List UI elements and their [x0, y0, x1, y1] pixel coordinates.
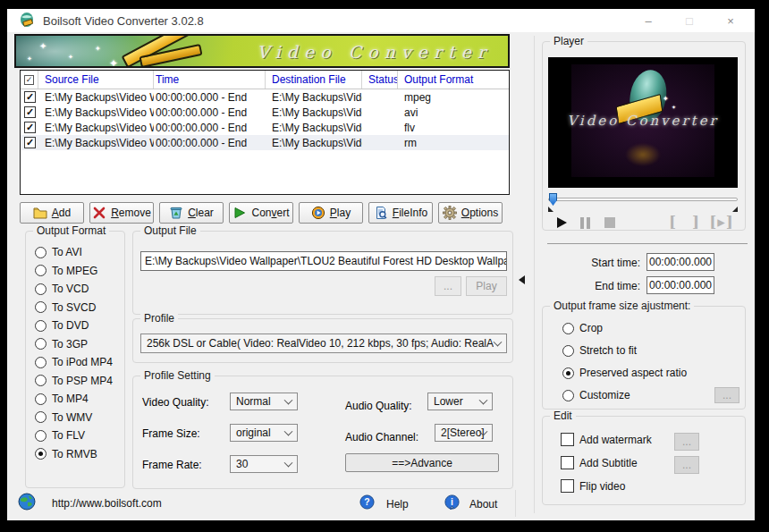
- column-header-format[interactable]: Output Format: [398, 71, 511, 89]
- video-preview[interactable]: ✦ ✦ Video Converter: [548, 57, 738, 188]
- radio-to-3gp[interactable]: To 3GP: [35, 338, 113, 350]
- output-file-play-button[interactable]: Play: [466, 276, 507, 296]
- radio-stretch-to-fit[interactable]: Stretch to fit: [562, 344, 637, 357]
- frame-rate-select[interactable]: 30: [230, 455, 298, 473]
- mark-start-button[interactable]: [: [665, 213, 680, 231]
- output-file-group-label: Output File: [140, 224, 200, 237]
- trim-start-marker[interactable]: [548, 207, 554, 212]
- play-selection-button[interactable]: [▸]: [710, 213, 733, 231]
- profile-select[interactable]: 256k DSL or Cable( Video: RealVideo 10, …: [140, 334, 507, 353]
- pause-icon: [580, 217, 584, 229]
- row-checkbox[interactable]: [24, 137, 36, 148]
- radio-customize[interactable]: Customize: [562, 389, 630, 401]
- remove-button[interactable]: Remove: [89, 202, 154, 224]
- add-button[interactable]: Add: [20, 202, 84, 224]
- audio-quality-value: Lower: [434, 395, 463, 408]
- trim-end-marker[interactable]: [732, 207, 738, 212]
- radio-crop[interactable]: Crop: [562, 322, 603, 334]
- play-button[interactable]: Play: [299, 202, 363, 224]
- options-button[interactable]: Options: [438, 202, 503, 224]
- frame-rate-label: Frame Rate:: [142, 459, 202, 471]
- row-checkbox[interactable]: [24, 91, 36, 103]
- radio-to-mp4[interactable]: To MP4: [35, 393, 113, 405]
- table-row[interactable]: E:\My Backups\Video Wallpa 00:00:00.000 …: [21, 120, 509, 135]
- output-file-browse-button[interactable]: ...: [435, 276, 461, 296]
- pause-control-button[interactable]: [576, 215, 594, 231]
- stop-icon: [604, 217, 615, 228]
- end-time-field[interactable]: 00:00:00.000: [646, 276, 714, 294]
- video-quality-select[interactable]: Normal: [230, 393, 298, 410]
- collapse-panel-arrow-icon[interactable]: [519, 275, 525, 284]
- clear-button[interactable]: Clear: [159, 202, 224, 224]
- radio-preserved-aspect-ratio[interactable]: Preserved aspect ratio: [562, 367, 687, 379]
- watermark-more-button[interactable]: ...: [674, 433, 699, 451]
- close-button[interactable]: ×: [710, 9, 751, 32]
- play-control-button[interactable]: [553, 215, 570, 231]
- video-quality-value: Normal: [236, 395, 271, 408]
- cell-source: E:\My Backups\Video Wallpa: [38, 105, 154, 120]
- output-format-group: Output Format To AVI To MPEG To VCD To S…: [25, 231, 125, 488]
- subtitle-more-button[interactable]: ...: [674, 456, 699, 474]
- radio-to-wmv[interactable]: To WMV: [35, 411, 113, 424]
- column-header-source[interactable]: Source File: [38, 71, 154, 89]
- radio-to-psp-mp4[interactable]: To PSP MP4: [35, 375, 113, 387]
- sparkle-icon: ✦: [109, 57, 118, 68]
- app-window: Boilsoft Video Converter 3.02.8 – □ × ✦ …: [7, 9, 755, 520]
- fileinfo-button[interactable]: FileInfo: [368, 202, 433, 224]
- checkbox[interactable]: [561, 479, 574, 493]
- add-watermark-checkbox-row[interactable]: Add watermark: [561, 433, 652, 446]
- row-checkbox[interactable]: [24, 122, 36, 133]
- table-row[interactable]: E:\My Backups\Video Wallpa 00:00:00.000 …: [21, 105, 509, 120]
- checkbox[interactable]: [561, 456, 574, 469]
- radio-circle: [35, 411, 46, 423]
- minimize-button[interactable]: –: [628, 9, 669, 32]
- radio-to-mpeg[interactable]: To MPEG: [35, 265, 113, 277]
- radio-label: To FLV: [52, 429, 85, 442]
- audio-quality-select[interactable]: Lower: [427, 393, 493, 410]
- table-row[interactable]: E:\My Backups\Video Wallpa 00:00:00.000 …: [21, 89, 509, 105]
- output-file-input[interactable]: E:\My Backups\Video Wallpaper\TLOU2 Beau…: [140, 251, 507, 271]
- radio-circle: [35, 393, 46, 405]
- radio-to-avi[interactable]: To AVI: [35, 246, 113, 258]
- website-link[interactable]: http://www.boilsoft.com: [52, 497, 162, 510]
- radio-circle: [35, 430, 46, 442]
- radio-to-rmvb[interactable]: To RMVB: [35, 448, 113, 460]
- checkbox[interactable]: [561, 433, 574, 446]
- seek-track[interactable]: [548, 198, 738, 201]
- radio-to-ipod-mp4[interactable]: To iPod MP4: [35, 356, 113, 368]
- row-checkbox[interactable]: [24, 106, 36, 118]
- radio-to-svcd[interactable]: To SVCD: [35, 301, 113, 314]
- radio-circle: [562, 345, 574, 357]
- advance-button[interactable]: ==>Advance: [345, 453, 499, 472]
- seek-thumb[interactable]: [549, 193, 557, 206]
- table-row[interactable]: E:\My Backups\Video Wallpa 00:00:00.000 …: [21, 135, 509, 150]
- media-player-icon: [311, 206, 325, 220]
- audio-channel-select[interactable]: 2[Stereo]: [435, 424, 493, 442]
- about-button[interactable]: About: [469, 498, 497, 511]
- select-all-header[interactable]: [21, 71, 38, 89]
- radio-to-dvd[interactable]: To DVD: [35, 319, 113, 332]
- checkbox-label: Add Subtitle: [579, 457, 638, 469]
- flip-video-checkbox-row[interactable]: Flip video: [561, 479, 625, 493]
- frame-size-select[interactable]: original: [230, 424, 298, 442]
- radio-to-vcd[interactable]: To VCD: [35, 283, 113, 295]
- toolbar: Add Remove Clear Convert: [20, 202, 503, 224]
- customize-more-button[interactable]: ...: [714, 387, 739, 403]
- select-all-checkbox[interactable]: [24, 75, 34, 85]
- radio-circle: [562, 390, 574, 401]
- start-time-field[interactable]: 00:00:00.000: [646, 253, 714, 271]
- mark-end-button[interactable]: ]: [689, 213, 703, 231]
- seek-slider[interactable]: [548, 193, 738, 206]
- column-header-destination[interactable]: Destination File: [266, 71, 362, 89]
- column-header-time[interactable]: Time: [154, 71, 266, 89]
- maximize-button[interactable]: □: [669, 9, 710, 32]
- add-subtitle-checkbox-row[interactable]: Add Subtitle: [561, 456, 638, 469]
- help-button[interactable]: Help: [386, 498, 409, 511]
- convert-button[interactable]: Convert: [229, 202, 293, 224]
- cell-format: avi: [398, 105, 511, 120]
- stop-control-button[interactable]: [601, 215, 619, 231]
- radio-circle: [35, 338, 46, 350]
- column-header-status[interactable]: Status: [362, 71, 398, 89]
- radio-to-flv[interactable]: To FLV: [35, 429, 113, 442]
- radio-circle: [35, 301, 46, 313]
